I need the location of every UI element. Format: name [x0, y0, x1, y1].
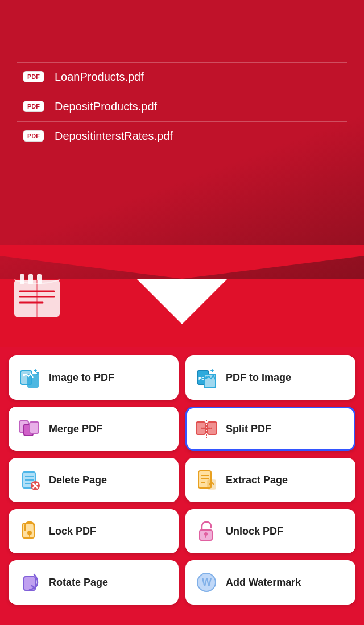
- watermark-icon: W: [194, 570, 219, 595]
- top-section: PDF LoanProducts.pdf PDF DepositProducts…: [0, 0, 364, 279]
- lock-icon: [17, 519, 42, 544]
- file-list: PDF LoanProducts.pdf PDF DepositProducts…: [17, 62, 347, 151]
- rotate-icon: [17, 570, 42, 595]
- app-title: [17, 17, 347, 42]
- file-item[interactable]: PDF DepositinterstRates.pdf: [17, 122, 347, 151]
- split-pdf-label: Split PDF: [226, 423, 271, 435]
- file-item[interactable]: PDF DepositProducts.pdf: [17, 92, 347, 122]
- extract-icon: [194, 467, 219, 492]
- delete-page-button[interactable]: Delete Page: [9, 458, 179, 502]
- img-to-pdf-icon: [17, 365, 42, 390]
- split-pdf-button[interactable]: Split PDF: [185, 407, 355, 451]
- pdf-badge: PDF: [23, 130, 44, 142]
- rotate-page-label: Rotate Page: [49, 577, 108, 589]
- extract-page-button[interactable]: Extract Page: [185, 458, 355, 502]
- merge-pdf-label: Merge PDF: [49, 423, 102, 435]
- pdf-badge: PDF: [23, 101, 44, 112]
- file-item[interactable]: PDF LoanProducts.pdf: [17, 62, 347, 92]
- pdf-to-img-icon: PDF: [194, 365, 219, 390]
- lock-pdf-label: Lock PDF: [49, 525, 96, 537]
- unlock-icon: [194, 519, 219, 544]
- pdf-badge: PDF: [23, 71, 44, 82]
- split-icon: [194, 416, 219, 441]
- unlock-pdf-button[interactable]: Unlock PDF: [185, 509, 355, 553]
- img-to-pdf-label: Image to PDF: [49, 372, 114, 384]
- white-triangle: [136, 279, 228, 324]
- delete-page-label: Delete Page: [49, 474, 107, 486]
- merge-icon: [17, 416, 42, 441]
- btn-grid: Image to PDF PDF PDF to Image Merge PDF …: [9, 355, 355, 605]
- file-name: DepositinterstRates.pdf: [55, 130, 173, 143]
- rotate-page-button[interactable]: Rotate Page: [9, 560, 179, 605]
- file-name: DepositProducts.pdf: [55, 100, 157, 113]
- add-watermark-label: Add Watermark: [226, 577, 301, 589]
- pdf-to-img-label: PDF to Image: [226, 372, 291, 384]
- svg-point-15: [205, 376, 208, 379]
- file-name: LoanProducts.pdf: [55, 71, 144, 84]
- pdf-to-img-button[interactable]: PDF PDF to Image: [185, 355, 355, 400]
- book-icon: [11, 273, 63, 326]
- merge-pdf-button[interactable]: Merge PDF: [9, 407, 179, 451]
- unlock-pdf-label: Unlock PDF: [226, 525, 283, 537]
- bottom-section: Image to PDF PDF PDF to Image Merge PDF …: [0, 279, 364, 625]
- img-to-pdf-button[interactable]: Image to PDF: [9, 355, 179, 400]
- svg-text:W: W: [202, 577, 212, 588]
- lock-pdf-button[interactable]: Lock PDF: [9, 509, 179, 553]
- bottom-red-header: [0, 279, 364, 347]
- svg-point-11: [23, 374, 25, 376]
- delete-icon: [17, 467, 42, 492]
- add-watermark-button[interactable]: W Add Watermark: [185, 560, 355, 605]
- extract-page-label: Extract Page: [226, 474, 288, 486]
- svg-rect-18: [30, 422, 39, 433]
- functions-grid-section: Image to PDF PDF PDF to Image Merge PDF …: [0, 347, 364, 625]
